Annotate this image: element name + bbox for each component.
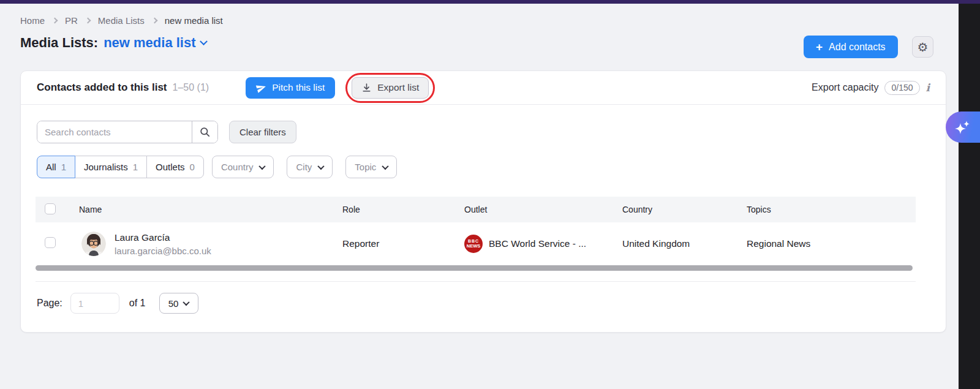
page-total-label: of 1 bbox=[129, 298, 146, 309]
breadcrumb: Home PR Media Lists new media list bbox=[20, 15, 223, 26]
search-icon bbox=[199, 126, 211, 138]
chevron-right-icon bbox=[85, 18, 91, 24]
column-header-name: Name bbox=[68, 205, 334, 214]
country-filter-dropdown[interactable]: Country bbox=[212, 156, 274, 178]
list-name-dropdown[interactable]: new media list bbox=[104, 35, 206, 51]
contacts-card: Contacts added to this list 1–50 (1) Pit… bbox=[20, 70, 946, 333]
breadcrumb-media-lists[interactable]: Media Lists bbox=[98, 15, 145, 26]
filter-tab-all-label: All bbox=[46, 162, 56, 172]
city-filter-dropdown[interactable]: City bbox=[287, 156, 333, 178]
window-edge bbox=[959, 4, 980, 389]
contact-name: Laura García bbox=[115, 232, 211, 243]
page-label: Page: bbox=[37, 298, 62, 309]
gear-icon: ⚙ bbox=[918, 41, 929, 53]
export-capacity-label: Export capacity bbox=[812, 82, 878, 93]
filter-tab-all-count: 1 bbox=[61, 162, 66, 172]
export-list-button[interactable]: Export list bbox=[352, 77, 429, 99]
top-bar bbox=[0, 0, 980, 4]
type-filter-group: All 1 Journalists 1 Outlets 0 bbox=[37, 156, 204, 178]
topic-filter-label: Topic bbox=[355, 162, 376, 172]
contact-avatar bbox=[81, 232, 106, 256]
page-size-select[interactable]: 50 bbox=[159, 293, 198, 314]
breadcrumb-home[interactable]: Home bbox=[20, 15, 45, 26]
pitch-list-button[interactable]: Pitch this list bbox=[246, 77, 335, 99]
breadcrumb-current: new media list bbox=[165, 15, 223, 26]
table-row[interactable]: Laura García laura.garcia@bbc.co.uk Repo… bbox=[36, 222, 916, 265]
column-header-outlet: Outlet bbox=[457, 205, 616, 214]
section-title: Contacts added to this list bbox=[37, 81, 167, 94]
filters-row: All 1 Journalists 1 Outlets 0 Country Ci… bbox=[37, 156, 930, 178]
contacts-table: Name Role Outlet Country Topics bbox=[36, 197, 916, 282]
column-header-role: Role bbox=[334, 205, 457, 214]
contact-topics: Regional News bbox=[742, 238, 916, 249]
contact-email: laura.garcia@bbc.co.uk bbox=[115, 246, 211, 256]
topic-filter-dropdown[interactable]: Topic bbox=[345, 156, 397, 178]
page-size-value: 50 bbox=[168, 298, 179, 309]
export-list-label: Export list bbox=[377, 82, 419, 93]
export-annotation-highlight: Export list bbox=[345, 73, 435, 103]
settings-button[interactable]: ⚙ bbox=[912, 36, 933, 58]
contact-role: Reporter bbox=[334, 238, 457, 249]
download-icon bbox=[361, 83, 372, 93]
filter-tab-journalists[interactable]: Journalists 1 bbox=[75, 156, 147, 178]
horizontal-scrollbar[interactable] bbox=[36, 265, 913, 271]
export-capacity-badge: 0/150 bbox=[884, 81, 919, 95]
search-box bbox=[37, 121, 218, 143]
filter-tab-outlets-count: 0 bbox=[190, 162, 195, 172]
search-row: Clear filters bbox=[37, 121, 930, 143]
column-header-topics: Topics bbox=[742, 205, 916, 214]
plus-icon: + bbox=[816, 41, 823, 53]
info-icon[interactable]: i bbox=[926, 81, 930, 94]
clear-filters-button[interactable]: Clear filters bbox=[229, 121, 296, 143]
table-header-row: Name Role Outlet Country Topics bbox=[36, 197, 916, 222]
search-submit-button[interactable] bbox=[192, 121, 217, 143]
row-checkbox[interactable] bbox=[45, 237, 56, 248]
filter-tab-outlets-label: Outlets bbox=[156, 162, 185, 172]
select-all-checkbox[interactable] bbox=[45, 203, 56, 214]
export-capacity: Export capacity 0/150 i bbox=[812, 81, 930, 95]
pitch-list-label: Pitch this list bbox=[272, 82, 325, 93]
filter-tab-outlets[interactable]: Outlets 0 bbox=[146, 156, 204, 178]
filter-tab-journalists-label: Journalists bbox=[84, 162, 128, 172]
chevron-down-icon bbox=[259, 162, 266, 169]
page-title: Media Lists: new media list bbox=[20, 35, 206, 51]
pagination: Page: of 1 50 bbox=[37, 293, 930, 314]
filter-tab-journalists-count: 1 bbox=[133, 162, 138, 172]
contact-country: United Kingdom bbox=[616, 238, 742, 249]
page-title-prefix: Media Lists: bbox=[20, 35, 98, 51]
chevron-down-icon bbox=[200, 37, 208, 45]
add-contacts-label: Add contacts bbox=[829, 42, 886, 53]
outlet-logo-text: NEWS bbox=[467, 244, 481, 249]
send-icon bbox=[255, 81, 268, 94]
breadcrumb-pr[interactable]: PR bbox=[65, 15, 78, 26]
add-contacts-button[interactable]: + Add contacts bbox=[804, 36, 898, 58]
country-filter-label: Country bbox=[221, 162, 254, 172]
contacts-range: 1–50 (1) bbox=[173, 82, 209, 93]
chevron-down-icon bbox=[183, 299, 190, 306]
search-input[interactable] bbox=[37, 121, 192, 143]
filter-tab-all[interactable]: All 1 bbox=[37, 156, 75, 178]
outlet-logo: BBC NEWS bbox=[464, 235, 483, 253]
ai-assistant-button[interactable] bbox=[946, 111, 980, 143]
chevron-right-icon bbox=[52, 18, 58, 24]
contact-outlet: BBC World Service - ... bbox=[489, 238, 586, 249]
chevron-down-icon bbox=[318, 162, 325, 169]
page-number-input[interactable] bbox=[70, 293, 119, 314]
column-header-country: Country bbox=[616, 205, 742, 214]
list-name-label: new media list bbox=[104, 35, 195, 51]
sparkles-icon bbox=[954, 118, 972, 137]
city-filter-label: City bbox=[296, 162, 312, 172]
card-header: Contacts added to this list 1–50 (1) Pit… bbox=[21, 71, 946, 105]
chevron-down-icon bbox=[382, 162, 389, 169]
chevron-right-icon bbox=[151, 18, 157, 24]
